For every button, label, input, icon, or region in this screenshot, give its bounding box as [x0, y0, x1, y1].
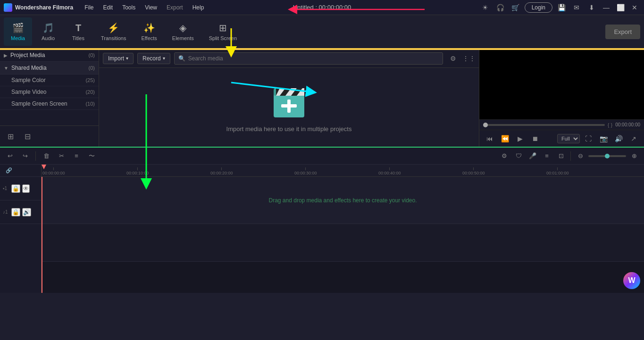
timeline-settings-btn[interactable]: ⚙	[498, 150, 510, 162]
menu-view[interactable]: View	[141, 2, 161, 13]
import-label: Import	[108, 55, 124, 62]
menu-edit[interactable]: Edit	[99, 2, 117, 13]
tab-audio[interactable]: 🎵 Audio	[34, 17, 62, 46]
progress-bar-track[interactable]	[483, 124, 605, 126]
fullscreen-button[interactable]: ⛶	[582, 132, 595, 145]
menu-export[interactable]: Export	[163, 2, 187, 13]
sidebar-item-project-media[interactable]: ▶ Project Media (0)	[0, 49, 99, 62]
settings-icon-btn[interactable]: ☀	[479, 1, 492, 14]
volume-button[interactable]: 🔊	[612, 132, 625, 145]
ruler-mark-3: 00:00:30:00	[294, 167, 317, 175]
redo-button[interactable]: ↪	[19, 150, 31, 162]
project-media-arrow-icon: ▶	[4, 53, 8, 58]
tab-media[interactable]: 🎬 Media	[4, 17, 32, 46]
preview-controls: ⏮ ⏪ ▶ ⏹ Full ⛶ 📷 🔊 ↗	[479, 130, 644, 147]
media-content: Import media here to use it in multiple …	[99, 68, 479, 147]
progress-thumb	[483, 123, 488, 127]
cart-icon-btn[interactable]: 🛒	[510, 1, 522, 14]
svg-rect-9	[281, 104, 297, 108]
elements-tab-label: Elements	[172, 35, 194, 41]
undo-button[interactable]: ↩	[4, 150, 16, 162]
timeline-tracks: 00:00:00:00 00:00:10:00 00:00:20:00 00:0…	[42, 165, 644, 293]
sample-video-count: (20)	[85, 89, 95, 95]
sample-color-count: (25)	[85, 77, 95, 83]
split-screen-tab-label: Split Screen	[209, 35, 237, 41]
zoom-slider[interactable]	[588, 155, 626, 157]
audio-track-number: ♪1	[3, 209, 9, 215]
save-icon-btn[interactable]: 💾	[555, 1, 568, 14]
sample-color-label: Sample Color	[11, 77, 46, 83]
menu-help[interactable]: Help	[189, 2, 208, 13]
mail-icon-btn[interactable]: ✉	[570, 1, 583, 14]
import-dropdown-icon: ▾	[126, 56, 128, 61]
media-toolbar: Import ▾ Record ▾ 🔍 ⚙ ⋮⋮	[99, 49, 479, 68]
tab-transitions[interactable]: ⚡ Transitions	[94, 17, 133, 46]
grid-view-button[interactable]: ⋮⋮	[463, 52, 475, 65]
close-button[interactable]: ✕	[629, 2, 640, 13]
delete-button[interactable]: 🗑	[40, 150, 52, 162]
expand-button[interactable]: ↗	[627, 132, 640, 145]
timeline-caption-btn[interactable]: ≡	[541, 150, 553, 162]
zoom-out-button[interactable]: ⊖	[574, 150, 586, 162]
elements-tab-icon: ◈	[179, 22, 186, 33]
audio-tab-label: Audio	[42, 35, 55, 41]
tab-effects[interactable]: ✨ Effects	[134, 17, 163, 46]
video-track-lock[interactable]: 🔒	[11, 184, 20, 193]
sidebar-item-sample-color[interactable]: Sample Color (25)	[0, 75, 99, 86]
timeline-shield-btn[interactable]: 🛡	[512, 150, 525, 162]
audio-track-label: ♪1 🔒 🔊	[0, 200, 41, 224]
title-center: Untitled : 00:00:00:00	[293, 4, 351, 11]
tab-split-screen[interactable]: ⊞ Split Screen	[202, 17, 243, 46]
download-icon-btn[interactable]: ⬇	[585, 1, 598, 14]
headphones-icon-btn[interactable]: 🎧	[494, 1, 507, 14]
audio-track-lock[interactable]: 🔒	[11, 208, 20, 216]
project-media-count: (0)	[89, 52, 95, 58]
search-box: 🔍	[174, 52, 443, 65]
snapshot-button[interactable]: 📷	[597, 132, 610, 145]
audio-track-mute[interactable]: 🔊	[22, 208, 31, 216]
timeline-ruler: 00:00:00:00 00:00:10:00 00:00:20:00 00:0…	[42, 165, 644, 177]
sidebar-item-shared-media[interactable]: ▼ Shared Media (0)	[0, 62, 99, 75]
video-track-visibility[interactable]: 👁	[22, 184, 30, 193]
filter-button[interactable]: ⚙	[447, 52, 459, 65]
cut-button[interactable]: ✂	[55, 150, 67, 162]
zoom-in-button[interactable]: ⊕	[628, 150, 640, 162]
magnet-button[interactable]: 🔗	[3, 165, 15, 177]
rewind-button[interactable]: ⏪	[498, 132, 511, 145]
app-logo	[4, 3, 12, 12]
preview-panel: { } 00:00:00:00 ⏮ ⏪ ▶ ⏹ Full ⛶ 📷 🔊 ↗	[479, 49, 644, 147]
toolbar-separator-1	[35, 151, 36, 161]
record-button[interactable]: Record ▾	[137, 53, 170, 64]
sidebar-import-btn[interactable]: ⊞	[4, 130, 17, 143]
maximize-button[interactable]: ⬜	[615, 2, 626, 13]
play-button[interactable]: ▶	[513, 132, 527, 145]
tab-titles[interactable]: T Titles	[64, 17, 92, 46]
import-button[interactable]: Import ▾	[103, 53, 134, 64]
timeline-frame-btn[interactable]: ⊡	[555, 150, 567, 162]
menu-file[interactable]: File	[81, 2, 97, 13]
equalizer-button[interactable]: ≡	[70, 150, 83, 162]
main-toolbar: 🎬 Media 🎵 Audio T Titles ⚡ Transitions ✨…	[0, 15, 644, 49]
skip-back-button[interactable]: ⏮	[483, 132, 496, 145]
waveform-button[interactable]: 〜	[85, 150, 98, 162]
preview-progress[interactable]: { } 00:00:00:00	[479, 119, 644, 130]
search-input[interactable]	[188, 55, 439, 62]
sidebar-item-sample-video[interactable]: Sample Video (20)	[0, 86, 99, 98]
sample-video-label: Sample Video	[11, 89, 47, 95]
stop-button[interactable]: ⏹	[528, 132, 542, 145]
video-track-row: Drag and drop media and effects here to …	[42, 177, 644, 224]
tab-elements[interactable]: ◈ Elements	[166, 17, 201, 46]
sidebar-export-btn[interactable]: ⊟	[21, 130, 34, 143]
ruler-mark-5: 00:00:50:00	[462, 167, 485, 175]
video-track-number: ▪1	[3, 186, 9, 191]
quality-select[interactable]: Full	[557, 134, 580, 143]
minimize-button[interactable]: —	[601, 2, 612, 13]
export-button[interactable]: Export	[605, 25, 640, 39]
import-icon	[270, 82, 308, 120]
timeline-mic-btn[interactable]: 🎤	[527, 150, 539, 162]
menu-tools[interactable]: Tools	[118, 2, 139, 13]
titles-tab-label: Titles	[72, 35, 84, 41]
video-track-label: ▪1 🔒 👁	[0, 177, 41, 200]
sidebar-item-sample-green-screen[interactable]: Sample Green Screen (10)	[0, 98, 99, 110]
login-button[interactable]: Login	[525, 2, 552, 13]
